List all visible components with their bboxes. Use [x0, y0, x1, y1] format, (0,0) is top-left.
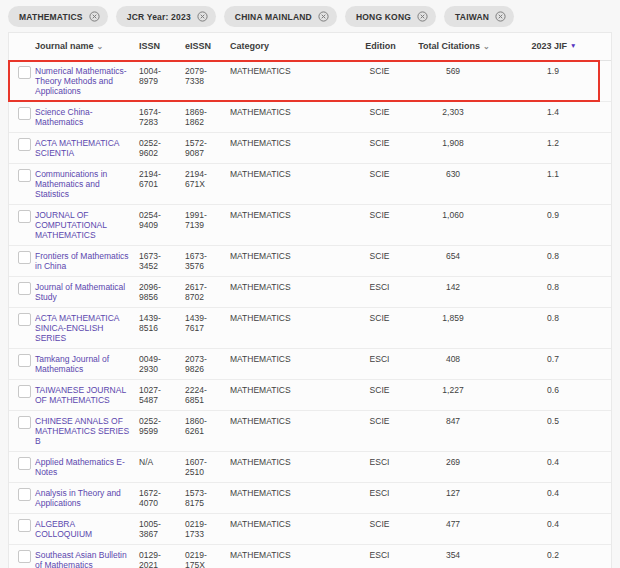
- header-edition: Edition: [354, 33, 411, 59]
- jif-cell: 0.9: [501, 205, 611, 225]
- table-row: Analysis in Theory and Applications 1672…: [9, 483, 611, 514]
- table-row: TAIWANESE JOURNAL OF MATHEMATICS 1027-54…: [9, 380, 611, 411]
- row-checkbox[interactable]: [18, 282, 31, 295]
- edition-cell: SCIE: [354, 102, 411, 122]
- remove-filter-icon[interactable]: [417, 11, 428, 22]
- remove-filter-icon[interactable]: [89, 11, 100, 22]
- sort-unsorted-icon: ⌄: [97, 42, 104, 51]
- remove-filter-icon[interactable]: [495, 11, 506, 22]
- eissn-cell: 2194-671X: [185, 164, 230, 194]
- category-cell: MATHEMATICS: [230, 545, 354, 565]
- journal-name-link[interactable]: JOURNAL OF COMPUTATIONAL MATHEMATICS: [35, 210, 133, 240]
- total-citations-cell: 354: [411, 545, 501, 565]
- journal-name-link[interactable]: Science China-Mathematics: [35, 107, 133, 127]
- journal-name-link[interactable]: Analysis in Theory and Applications: [35, 488, 133, 508]
- edition-cell: SCIE: [354, 514, 411, 534]
- journal-name-link[interactable]: Tamkang Journal of Mathematics: [35, 354, 133, 374]
- row-checkbox[interactable]: [18, 488, 31, 501]
- filter-chip[interactable]: JCR Year: 2023: [116, 6, 216, 27]
- row-checkbox[interactable]: [18, 385, 31, 398]
- eissn-cell: 1572-9087: [185, 133, 230, 163]
- journal-name-link[interactable]: TAIWANESE JOURNAL OF MATHEMATICS: [35, 385, 133, 405]
- total-citations-cell: 408: [411, 349, 501, 369]
- row-checkbox[interactable]: [18, 354, 31, 367]
- eissn-cell: 2073-9826: [185, 349, 230, 379]
- header-2023-jif-label: 2023 JIF: [532, 41, 568, 51]
- journal-name-link[interactable]: Frontiers of Mathematics in China: [35, 251, 133, 271]
- filter-chip-label: MATHEMATICS: [19, 12, 83, 22]
- row-checkbox-cell: [9, 61, 35, 81]
- journals-table: Journal name⌄ ISSN eISSN Category Editio…: [8, 32, 612, 568]
- category-cell: MATHEMATICS: [230, 308, 354, 328]
- header-total-citations[interactable]: Total Citations⌄: [411, 33, 501, 60]
- row-checkbox[interactable]: [18, 107, 31, 120]
- journal-name-link[interactable]: ALGEBRA COLLOQUIUM: [35, 519, 133, 539]
- row-checkbox[interactable]: [18, 251, 31, 264]
- journal-name-link[interactable]: CHINESE ANNALS OF MATHEMATICS SERIES B: [35, 416, 133, 446]
- filter-chip[interactable]: CHINA MAINLAND: [224, 6, 337, 27]
- edition-cell: SCIE: [354, 308, 411, 328]
- row-checkbox[interactable]: [18, 313, 31, 326]
- journal-name-cell: CHINESE ANNALS OF MATHEMATICS SERIES B: [35, 411, 139, 451]
- issn-cell: N/A: [139, 452, 185, 472]
- header-2023-jif[interactable]: 2023 JIF▼: [501, 33, 611, 59]
- issn-cell: 1674-7283: [139, 102, 185, 132]
- eissn-cell: 2079-7338: [185, 61, 230, 91]
- row-checkbox[interactable]: [18, 138, 31, 151]
- row-checkbox[interactable]: [18, 550, 31, 563]
- filter-chip[interactable]: MATHEMATICS: [8, 6, 108, 27]
- row-checkbox[interactable]: [18, 519, 31, 532]
- issn-cell: 1439-8516: [139, 308, 185, 338]
- journal-name-link[interactable]: Applied Mathematics E-Notes: [35, 457, 133, 477]
- table-row: Frontiers of Mathematics in China 1673-3…: [9, 246, 611, 277]
- edition-cell: ESCI: [354, 483, 411, 503]
- header-eissn: eISSN: [185, 33, 230, 59]
- issn-cell: 0254-9409: [139, 205, 185, 235]
- journal-name-link[interactable]: Journal of Mathematical Study: [35, 282, 133, 302]
- category-cell: MATHEMATICS: [230, 452, 354, 472]
- category-cell: MATHEMATICS: [230, 277, 354, 297]
- journal-name-link[interactable]: ACTA MATHEMATICA SINICA-ENGLISH SERIES: [35, 313, 133, 343]
- total-citations-cell: 269: [411, 452, 501, 472]
- table-row: Applied Mathematics E-Notes N/A 1607-251…: [9, 452, 611, 483]
- jif-cell: 0.8: [501, 308, 611, 328]
- issn-cell: 0129-2021: [139, 545, 185, 568]
- jif-cell: 0.4: [501, 514, 611, 534]
- journal-name-link[interactable]: ACTA MATHEMATICA SCIENTIA: [35, 138, 133, 158]
- category-cell: MATHEMATICS: [230, 133, 354, 153]
- jif-cell: 0.7: [501, 349, 611, 369]
- row-checkbox[interactable]: [18, 416, 31, 429]
- journal-name-link[interactable]: Southeast Asian Bulletin of Mathematics: [35, 550, 133, 568]
- row-checkbox[interactable]: [18, 457, 31, 470]
- sort-descending-icon: ▼: [570, 42, 576, 49]
- total-citations-cell: 2,303: [411, 102, 501, 122]
- jif-cell: 0.8: [501, 277, 611, 297]
- total-citations-cell: 1,227: [411, 380, 501, 400]
- edition-cell: SCIE: [354, 246, 411, 266]
- issn-cell: 0252-9602: [139, 133, 185, 163]
- row-checkbox[interactable]: [18, 210, 31, 223]
- journal-name-link[interactable]: Numerical Mathematics-Theory Methods and…: [35, 66, 133, 96]
- row-checkbox[interactable]: [18, 169, 31, 182]
- journal-name-cell: Tamkang Journal of Mathematics: [35, 349, 139, 379]
- journal-name-cell: JOURNAL OF COMPUTATIONAL MATHEMATICS: [35, 205, 139, 245]
- remove-filter-icon[interactable]: [197, 11, 208, 22]
- issn-cell: 1672-4070: [139, 483, 185, 513]
- jif-cell: 0.4: [501, 483, 611, 503]
- jif-cell: 1.2: [501, 133, 611, 153]
- row-checkbox-cell: [9, 246, 35, 266]
- category-cell: MATHEMATICS: [230, 246, 354, 266]
- total-citations-cell: 630: [411, 164, 501, 184]
- jif-cell: 0.6: [501, 380, 611, 400]
- journal-name-cell: ACTA MATHEMATICA SCIENTIA: [35, 133, 139, 163]
- journal-name-link[interactable]: Communications in Mathematics and Statis…: [35, 169, 133, 199]
- filter-chip[interactable]: HONG KONG: [345, 6, 436, 27]
- row-checkbox[interactable]: [18, 66, 31, 79]
- issn-cell: 1005-3867: [139, 514, 185, 544]
- jif-cell: 1.1: [501, 164, 611, 184]
- header-category: Category: [230, 33, 354, 59]
- remove-filter-icon[interactable]: [318, 11, 329, 22]
- total-citations-cell: 1,060: [411, 205, 501, 225]
- filter-chip[interactable]: TAIWAN: [444, 6, 514, 27]
- header-journal-name[interactable]: Journal name⌄: [35, 33, 139, 60]
